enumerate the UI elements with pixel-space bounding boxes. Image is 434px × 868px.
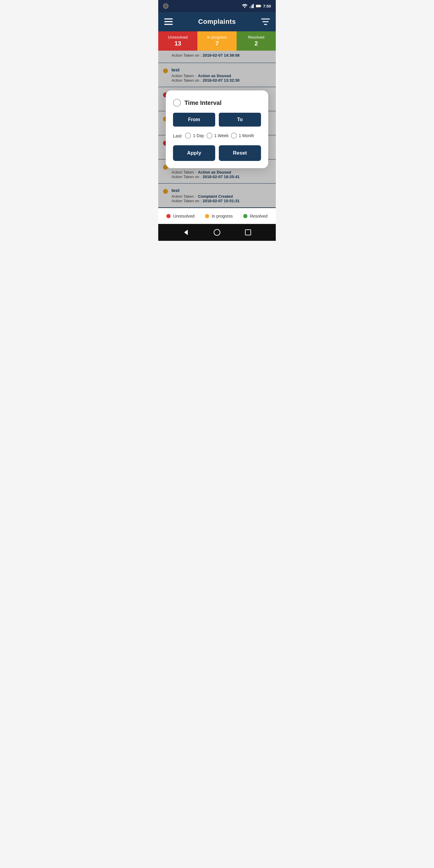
complaint-list: Action Taken on : 2018-02-07 14:39:08 te… [158, 51, 276, 208]
status-bar: ⚡ 7:50 [158, 0, 276, 12]
status-left [163, 3, 168, 9]
tab-unresolved[interactable]: Unresolved 13 [158, 31, 197, 51]
battery-icon: ⚡ [256, 4, 261, 8]
menu-button[interactable] [164, 19, 173, 25]
filter-icon [261, 19, 270, 25]
legend-resolved: Resolved [243, 214, 267, 218]
legend-unresolved-label: Unresolved [173, 214, 194, 218]
last-options-row: Last 1 Day 1 Week 1 Month [173, 133, 261, 138]
option-1-day[interactable]: 1 Day [185, 133, 204, 138]
legend-in-progress-label: In progress [212, 214, 233, 218]
radio-1-month [231, 133, 237, 138]
tab-unresolved-count: 13 [175, 40, 181, 47]
hamburger-icon [164, 19, 173, 25]
back-button[interactable] [182, 229, 190, 236]
last-label: Last [173, 133, 181, 138]
filter-button[interactable] [261, 19, 270, 25]
option-1-week[interactable]: 1 Week [207, 133, 228, 138]
apply-button[interactable]: Apply [173, 145, 215, 161]
tab-unresolved-label: Unresolved [168, 35, 188, 39]
svg-rect-8 [164, 19, 173, 20]
time-interval-radio[interactable] [173, 99, 181, 107]
to-button[interactable]: To [219, 113, 261, 127]
legend-dot-unresolved [166, 214, 170, 218]
svg-rect-10 [164, 24, 173, 25]
tab-resolved-count: 2 [254, 40, 258, 47]
recent-button[interactable] [244, 229, 252, 236]
svg-rect-16 [245, 230, 251, 235]
top-nav: Complaints [158, 12, 276, 31]
reset-button[interactable]: Reset [219, 145, 261, 161]
home-icon [213, 229, 221, 236]
tab-in-progress-count: 7 [215, 40, 218, 47]
page-title: Complaints [198, 18, 236, 26]
tab-resolved[interactable]: Resolved 2 [237, 31, 276, 51]
home-button[interactable] [213, 229, 221, 236]
notification-icon [163, 3, 168, 9]
svg-marker-14 [184, 230, 188, 235]
tab-in-progress[interactable]: In progress 7 [197, 31, 237, 51]
svg-text:⚡: ⚡ [257, 5, 259, 7]
svg-point-15 [214, 229, 220, 236]
legend-in-progress: In progress [205, 214, 233, 218]
from-button[interactable]: From [173, 113, 215, 127]
back-icon [182, 229, 190, 236]
option-1-week-label: 1 Week [214, 133, 228, 138]
radio-1-week [207, 133, 213, 138]
time-interval-modal: Time Interval From To Last 1 Day 1 Week [166, 90, 268, 168]
signal-icon [249, 4, 254, 8]
legend-dot-in-progress [205, 214, 209, 218]
modal-header: Time Interval [173, 99, 261, 107]
action-row: Apply Reset [173, 145, 261, 161]
tab-resolved-label: Resolved [248, 35, 264, 39]
svg-rect-3 [253, 4, 254, 8]
radio-1-day [185, 133, 191, 138]
status-right: ⚡ 7:50 [242, 4, 271, 8]
option-1-day-label: 1 Day [193, 133, 204, 138]
tab-in-progress-label: In progress [207, 35, 227, 39]
legend-resolved-label: Resolved [250, 214, 267, 218]
status-tabs: Unresolved 13 In progress 7 Resolved 2 [158, 31, 276, 51]
from-to-row: From To [173, 113, 261, 127]
wifi-icon [242, 4, 247, 8]
legend-unresolved: Unresolved [166, 214, 194, 218]
modal-title: Time Interval [184, 99, 221, 106]
option-1-month[interactable]: 1 Month [231, 133, 254, 138]
svg-rect-0 [249, 7, 250, 8]
legend-dot-resolved [243, 214, 247, 218]
time-display: 7:50 [263, 4, 271, 8]
legend-bar: Unresolved In progress Resolved [158, 208, 276, 224]
recent-icon [244, 229, 252, 236]
bottom-nav [158, 224, 276, 241]
svg-rect-9 [164, 21, 173, 22]
option-1-month-label: 1 Month [239, 133, 254, 138]
svg-rect-6 [260, 5, 261, 7]
svg-rect-2 [252, 5, 253, 8]
modal-overlay: Time Interval From To Last 1 Day 1 Week [158, 51, 276, 208]
svg-rect-1 [250, 6, 251, 8]
